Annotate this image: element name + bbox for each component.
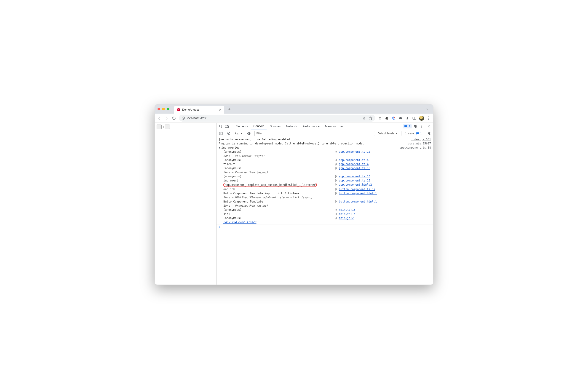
window-minimize-button[interactable] <box>162 108 165 110</box>
window-maximize-button[interactable] <box>167 108 169 110</box>
frame-source-link[interactable]: app.component.ts:16 <box>339 167 370 170</box>
tab-sources[interactable]: Sources <box>267 123 283 130</box>
side-panel-icon[interactable] <box>412 116 416 120</box>
console-settings-icon[interactable] <box>426 131 431 136</box>
svg-point-30 <box>249 133 250 134</box>
frame-function: (anonymous) <box>223 158 333 162</box>
extension-incognito-icon[interactable] <box>385 116 389 120</box>
extensions-puzzle-icon[interactable] <box>398 116 403 120</box>
url-text: localhost:4200 <box>187 116 207 120</box>
frame-source-link[interactable]: app.component.ts:16 <box>339 175 370 178</box>
source-link[interactable]: core.mjs:25627 <box>408 142 431 145</box>
extension-flask-icon[interactable] <box>405 116 409 120</box>
devtools-tabs: Elements Console Sources Network Perform… <box>217 123 433 130</box>
increment-button[interactable]: + <box>157 125 162 129</box>
console-prompt[interactable]: › <box>217 224 433 229</box>
tabs-dropdown-button[interactable] <box>425 106 430 112</box>
frame-function: ButtonComponent_Template_input_click_0_l… <box>223 192 333 195</box>
new-tab-button[interactable]: ＋ <box>226 106 232 112</box>
svg-point-23 <box>421 126 422 127</box>
stack-frame: AppComponent_Template_app_button_handleC… <box>217 183 433 187</box>
device-toolbar-icon[interactable] <box>224 124 229 129</box>
console-sidebar-toggle-icon[interactable] <box>218 131 223 136</box>
issues-link[interactable]: 1 Issue: 1 <box>405 132 422 135</box>
reload-button[interactable] <box>172 116 176 121</box>
more-tabs-icon[interactable] <box>339 124 344 129</box>
filter-input[interactable] <box>255 131 375 136</box>
execution-context-select[interactable]: top ▼ <box>234 131 244 135</box>
dropdown-triangle-icon: ▼ <box>240 132 243 135</box>
extension-icons <box>378 116 431 121</box>
frame-source-link[interactable]: main.js:2 <box>339 216 354 220</box>
trace-header[interactable]: ▼incremented app.component.ts:18 <box>217 146 433 150</box>
extension-target-icon[interactable] <box>392 116 396 120</box>
at-symbol: @ <box>335 183 336 187</box>
log-message: Angular is running in development mode. … <box>219 142 406 145</box>
frame-source-link[interactable]: main.ts:13 <box>339 212 355 216</box>
at-symbol: @ <box>335 192 336 195</box>
forward-button[interactable] <box>164 116 169 121</box>
live-expression-icon[interactable] <box>247 131 252 136</box>
inspect-element-icon[interactable] <box>218 124 223 129</box>
site-info-icon[interactable] <box>182 117 185 120</box>
source-link[interactable]: index.js:551 <box>411 138 431 141</box>
frame-function: increment <box>223 179 333 182</box>
tab-memory[interactable]: Memory <box>323 123 338 130</box>
dropdown-triangle-icon: ▼ <box>395 132 397 135</box>
svg-rect-14 <box>413 117 416 119</box>
stack-frame: 4431@ main.ts:13 <box>217 212 433 216</box>
svg-point-22 <box>421 125 422 126</box>
frame-function: onClick <box>223 188 333 191</box>
bookmark-star-icon[interactable] <box>369 116 372 120</box>
browser-window: DemoAngular ✕ ＋ localhost:4200 <box>155 104 433 285</box>
tab-console[interactable]: Console <box>251 123 266 130</box>
frame-source-link[interactable]: button.component.html:1 <box>339 192 377 195</box>
address-bar[interactable]: localhost:4200 <box>179 115 375 122</box>
browser-tab[interactable]: DemoAngular ✕ <box>174 106 224 114</box>
frame-source-link[interactable]: app.component.ts:15 <box>339 179 370 182</box>
tab-network[interactable]: Network <box>284 123 299 130</box>
profile-avatar[interactable] <box>419 116 424 121</box>
frame-function: (anonymous) <box>223 175 333 178</box>
extension-skull-icon[interactable] <box>378 116 382 120</box>
log-row: Angular is running in development mode. … <box>217 141 433 146</box>
show-more-frames[interactable]: Show 234 more frames <box>217 220 433 224</box>
context-label: top <box>235 132 239 135</box>
frame-source-link[interactable]: app.component.html:2 <box>339 183 372 187</box>
stack-frame: (anonymous)@ main.ts:15 <box>217 208 433 212</box>
levels-label: Default levels <box>378 132 394 135</box>
browser-menu-icon[interactable] <box>427 116 431 120</box>
devtools-settings-icon[interactable] <box>413 124 418 129</box>
frame-source-link[interactable]: button.component.html:1 <box>339 200 377 203</box>
frame-function: 4431 <box>223 212 333 216</box>
log-levels-select[interactable]: Default levels ▼ <box>378 132 397 135</box>
frame-source-link[interactable]: app.component.ts:4 <box>339 158 368 162</box>
disclosure-triangle-icon[interactable]: ▼ <box>219 146 220 149</box>
decrement-button[interactable]: - <box>165 125 170 129</box>
stack-frame: (anonymous)@ app.component.ts:16 <box>217 166 433 170</box>
share-icon[interactable] <box>362 117 366 120</box>
issues-badge[interactable]: 1 <box>403 124 412 129</box>
frame-source-link[interactable]: app.component.ts:18 <box>339 150 370 153</box>
frame-source-link[interactable]: app.component.ts:4 <box>339 162 368 166</box>
tab-performance[interactable]: Performance <box>300 123 322 130</box>
at-symbol: @ <box>335 150 336 153</box>
tab-elements[interactable]: Elements <box>233 123 250 130</box>
svg-point-9 <box>386 118 387 119</box>
stack-frame: increment@ app.component.ts:15 <box>217 179 433 183</box>
window-close-button[interactable] <box>158 108 160 110</box>
frame-source-link[interactable]: main.ts:15 <box>339 208 355 211</box>
tab-close-icon[interactable]: ✕ <box>219 108 222 112</box>
counter-value: 1 <box>162 125 165 129</box>
back-button[interactable] <box>157 116 162 121</box>
source-link[interactable]: app.component.ts:18 <box>400 146 431 149</box>
stack-frame: ButtonComponent_Template@ button.compone… <box>217 199 433 204</box>
frame-source-link[interactable]: button.component.ts:17 <box>339 188 375 191</box>
devtools-menu-icon[interactable] <box>419 124 424 129</box>
at-symbol: @ <box>335 158 336 162</box>
frame-function: (anonymous) <box>223 208 333 211</box>
show-more-link[interactable]: Show 234 more frames <box>223 221 257 224</box>
devtools-close-icon[interactable] <box>426 124 431 129</box>
prompt-caret-icon: › <box>219 225 220 228</box>
clear-console-icon[interactable] <box>226 131 231 136</box>
